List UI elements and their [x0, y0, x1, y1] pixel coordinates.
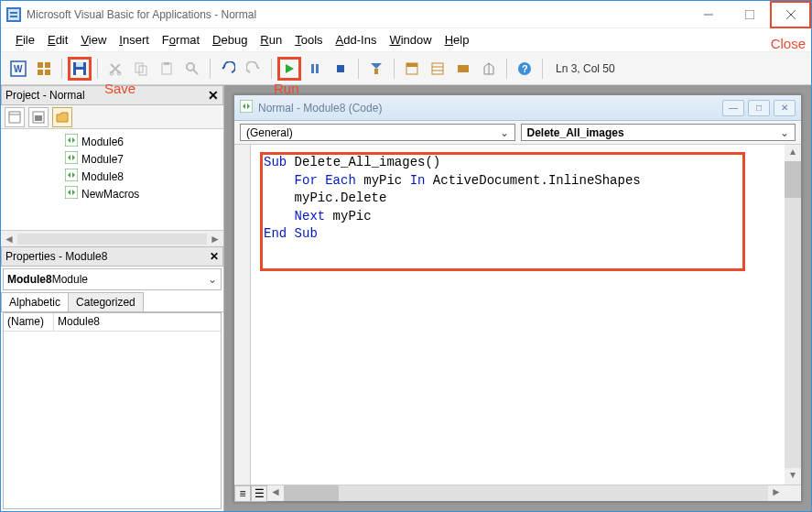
- toggle-folders-icon[interactable]: [52, 107, 72, 127]
- redo-button[interactable]: [242, 57, 265, 81]
- svg-rect-27: [316, 64, 319, 73]
- full-module-view-icon[interactable]: ☰: [251, 485, 267, 502]
- svg-rect-40: [9, 112, 20, 123]
- code-window-titlebar[interactable]: Normal - Module8 (Code) — □ ✕: [234, 95, 801, 121]
- svg-marker-29: [371, 63, 382, 69]
- word-view-icon[interactable]: W: [6, 57, 30, 81]
- code-icon: [240, 100, 253, 115]
- close-annotation: Close: [771, 36, 806, 51]
- run-button[interactable]: [277, 57, 301, 81]
- procedure-combo[interactable]: Delete_All_images⌄: [521, 124, 796, 141]
- code-area: Sub Delete_All_images() For Each myPic I…: [234, 145, 801, 485]
- menu-window[interactable]: Window: [384, 31, 437, 49]
- menu-format[interactable]: Format: [157, 31, 205, 49]
- object-browser-button[interactable]: [451, 57, 475, 81]
- window-controls: [687, 1, 811, 28]
- view-code-icon[interactable]: [5, 107, 25, 127]
- properties-object-combo[interactable]: Module8 Module ⌄: [3, 268, 222, 290]
- object-combo[interactable]: (General)⌄: [240, 124, 515, 141]
- properties-grid[interactable]: (Name) Module8: [3, 312, 222, 509]
- svg-rect-43: [35, 115, 42, 121]
- code-maximize-button[interactable]: □: [748, 100, 770, 116]
- svg-rect-2: [10, 12, 17, 14]
- svg-rect-11: [45, 62, 50, 68]
- svg-rect-1: [8, 9, 19, 20]
- menu-tools[interactable]: Tools: [289, 31, 328, 49]
- menu-bar: File Edit View Insert Format Debug Run T…: [1, 28, 811, 52]
- chevron-down-icon: ⌄: [500, 126, 509, 139]
- left-panels: Project - Normal ✕ Module6 Module7 Modul…: [1, 85, 224, 511]
- svg-rect-5: [745, 10, 754, 19]
- reset-button[interactable]: [329, 57, 352, 81]
- properties-panel-header: Properties - Module8 ✕: [1, 246, 223, 267]
- minimize-button[interactable]: [687, 1, 729, 28]
- menu-file[interactable]: File: [10, 31, 40, 49]
- paste-button[interactable]: [155, 57, 179, 81]
- code-margin: [234, 145, 251, 485]
- menu-debug[interactable]: Debug: [207, 31, 253, 49]
- app-title: Microsoft Visual Basic for Applications …: [27, 8, 687, 21]
- procedure-view-icon[interactable]: ≡: [234, 485, 251, 502]
- project-panel-title: Project - Normal: [5, 89, 85, 102]
- code-window-title: Normal - Module8 (Code): [258, 102, 382, 114]
- save-button[interactable]: [68, 57, 92, 81]
- svg-rect-3: [10, 16, 17, 17]
- project-tree[interactable]: Module6 Module7 Module8 NewMacros: [1, 129, 223, 230]
- project-hscrollbar[interactable]: ◄►: [1, 230, 223, 246]
- code-combo-row: (General)⌄ Delete_All_images⌄: [234, 121, 801, 145]
- tab-categorized[interactable]: Categorized: [68, 292, 144, 311]
- svg-rect-13: [45, 70, 50, 75]
- property-name: (Name): [4, 313, 54, 331]
- tree-item-module7[interactable]: Module7: [1, 150, 223, 168]
- project-explorer-button[interactable]: [400, 57, 424, 81]
- project-panel-close-icon[interactable]: ✕: [208, 88, 219, 103]
- copy-button[interactable]: [129, 57, 153, 81]
- properties-panel-close-icon[interactable]: ✕: [210, 250, 219, 263]
- module-icon: [65, 134, 78, 149]
- svg-rect-45: [65, 151, 78, 164]
- properties-window-button[interactable]: [426, 57, 449, 81]
- svg-rect-28: [337, 65, 344, 72]
- property-value[interactable]: Module8: [54, 313, 221, 331]
- code-minimize-button[interactable]: —: [722, 100, 744, 116]
- menu-insert[interactable]: Insert: [114, 31, 155, 49]
- project-panel-toolbar: [1, 105, 223, 129]
- tree-item-module8[interactable]: Module8: [1, 168, 223, 185]
- close-button[interactable]: [770, 1, 811, 28]
- cut-button[interactable]: [103, 57, 127, 81]
- menu-help[interactable]: Help: [439, 31, 475, 49]
- menu-addins[interactable]: Add-Ins: [330, 31, 383, 49]
- code-close-button[interactable]: ✕: [774, 100, 796, 116]
- undo-button[interactable]: [216, 57, 240, 81]
- view-object-icon[interactable]: [28, 107, 49, 127]
- svg-rect-16: [76, 70, 83, 75]
- svg-rect-10: [38, 62, 43, 68]
- svg-rect-32: [406, 63, 417, 67]
- properties-icon-button[interactable]: [32, 57, 56, 81]
- menu-edit[interactable]: Edit: [42, 31, 73, 49]
- maximize-button[interactable]: [729, 1, 770, 28]
- module-icon: [65, 151, 78, 167]
- svg-line-24: [193, 70, 198, 74]
- save-annotation: Save: [104, 81, 135, 96]
- code-vscrollbar[interactable]: ▴▾: [785, 145, 801, 485]
- menu-run[interactable]: Run: [254, 31, 287, 49]
- menu-view[interactable]: View: [75, 31, 112, 49]
- toolbox-button[interactable]: [477, 57, 501, 81]
- toolbar: W ? Ln 3, Col 50 Save Run: [1, 52, 811, 85]
- svg-rect-12: [38, 70, 43, 75]
- properties-panel-title: Properties - Module8: [5, 250, 107, 263]
- design-mode-button[interactable]: [364, 57, 388, 81]
- tab-alphabetic[interactable]: Alphabetic: [1, 292, 69, 311]
- svg-rect-47: [65, 186, 78, 199]
- run-annotation: Run: [274, 81, 299, 96]
- svg-point-23: [187, 63, 194, 71]
- code-hscrollbar[interactable]: ≡ ☰ ◄►: [234, 485, 801, 501]
- tree-item-module6[interactable]: Module6: [1, 133, 223, 150]
- tree-item-newmacros[interactable]: NewMacros: [1, 185, 223, 202]
- find-button[interactable]: [180, 57, 204, 81]
- code-editor[interactable]: Sub Delete_All_images() For Each myPic I…: [251, 145, 785, 485]
- help-button[interactable]: ?: [513, 57, 536, 81]
- property-row[interactable]: (Name) Module8: [4, 313, 221, 332]
- break-button[interactable]: [303, 57, 327, 81]
